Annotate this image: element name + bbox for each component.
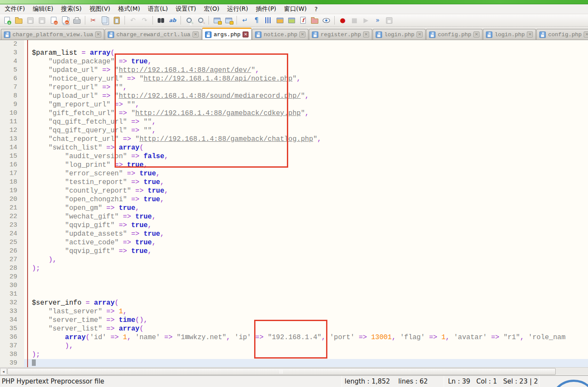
tab-close-icon[interactable]: ✕ bbox=[193, 31, 199, 37]
sync-horizontal-scroll-button[interactable] bbox=[223, 15, 234, 26]
tab-label: config.php bbox=[548, 31, 582, 38]
menu-item-window[interactable]: 窗口(W) bbox=[280, 4, 311, 14]
tab-label: args.php bbox=[214, 31, 240, 38]
line-number: 32 bbox=[0, 299, 24, 307]
line-number: 10 bbox=[0, 109, 24, 118]
tab-charge-reward-ctrl-lua[interactable]: charge_reward_ctrl.lua✕ bbox=[105, 29, 202, 40]
word-wrap-button[interactable]: ↵ bbox=[240, 15, 250, 26]
line-number: 21 bbox=[0, 204, 24, 212]
tab-close-icon[interactable]: ✕ bbox=[243, 31, 249, 37]
cut-button[interactable]: ✂ bbox=[88, 15, 99, 26]
sync-vertical-scroll-button[interactable] bbox=[212, 15, 222, 26]
menu-item-settings[interactable]: 设置(T) bbox=[172, 4, 200, 14]
menu-item-search[interactable]: 搜索(S) bbox=[57, 4, 86, 14]
monitoring-button[interactable] bbox=[321, 15, 332, 26]
document-map-button[interactable] bbox=[286, 15, 297, 26]
menu-item-view[interactable]: 视图(V) bbox=[86, 4, 115, 14]
line-number: 38 bbox=[0, 350, 24, 359]
code-line: 25 "active_code" => true, bbox=[0, 238, 588, 247]
tab-label: notice.php bbox=[264, 31, 297, 38]
menu-item-format[interactable]: 格式(M) bbox=[114, 4, 144, 14]
tab-login-php[interactable]: login.php✕ bbox=[483, 29, 536, 40]
tab-close-icon[interactable]: ✕ bbox=[95, 31, 101, 37]
new-file-button[interactable]: + bbox=[2, 15, 12, 26]
zoom-out-button[interactable]: − bbox=[195, 15, 206, 26]
tab-charge-platform-view-lua[interactable]: charge_platform_view.lua✕ bbox=[1, 29, 104, 40]
code-line: 19 "countly_report" => true, bbox=[0, 187, 588, 195]
macro-stop-button[interactable]: ■ bbox=[349, 15, 360, 26]
code-line: 28); bbox=[0, 264, 588, 273]
code-line: 6 "notice_query_url" => "http://192.168.… bbox=[0, 75, 588, 83]
line-number: 15 bbox=[0, 152, 24, 161]
saved-file-icon bbox=[255, 31, 261, 38]
redo-button[interactable]: ↷ bbox=[139, 15, 150, 26]
copy-button[interactable] bbox=[100, 15, 110, 26]
line-number: 34 bbox=[0, 316, 24, 325]
scroll-left-arrow-icon[interactable]: ◂ bbox=[0, 368, 7, 375]
indent-guide-button[interactable] bbox=[263, 15, 274, 26]
menu-item-help[interactable]: ? bbox=[311, 5, 321, 13]
code-line: 15 "audit_version" => false, bbox=[0, 152, 588, 161]
tab-close-icon[interactable]: ✕ bbox=[527, 31, 533, 37]
line-number: 4 bbox=[0, 57, 24, 66]
saved-file-icon bbox=[429, 31, 436, 38]
folder-as-workspace-button[interactable] bbox=[309, 15, 320, 26]
menu-item-language[interactable]: 语言(L) bbox=[144, 4, 172, 14]
user-defined-dialog-button[interactable] bbox=[274, 15, 285, 26]
find-button[interactable] bbox=[156, 15, 166, 26]
line-number: 18 bbox=[0, 178, 24, 187]
code-lines: 23$param_list = array(4 "update_package"… bbox=[0, 40, 588, 367]
print-button[interactable] bbox=[72, 15, 82, 26]
tab-close-icon[interactable]: ✕ bbox=[417, 31, 423, 37]
macro-save-button[interactable] bbox=[384, 15, 395, 26]
close-all-button[interactable]: − bbox=[60, 15, 71, 26]
annotation-rectangle-2 bbox=[254, 320, 327, 359]
menu-item-edit[interactable]: 编辑(E) bbox=[29, 4, 57, 14]
tab-close-icon[interactable]: ✕ bbox=[299, 31, 305, 37]
tab-login-php[interactable]: login.php✕ bbox=[373, 29, 426, 40]
undo-button[interactable]: ↶ bbox=[128, 15, 138, 26]
menu-item-plugins[interactable]: 插件(P) bbox=[252, 4, 280, 14]
tab-args-php[interactable]: args.php✕ bbox=[202, 28, 252, 40]
code-line: 11 "qq_gift_fetch_url" => "", bbox=[0, 118, 588, 126]
line-number: 28 bbox=[0, 264, 24, 273]
replace-button[interactable]: ab bbox=[167, 15, 178, 26]
toolbar-separator bbox=[152, 16, 153, 25]
line-number: 2 bbox=[0, 40, 24, 49]
tab-close-icon[interactable]: ✕ bbox=[363, 31, 369, 37]
save-all-button[interactable] bbox=[37, 15, 47, 26]
caret-block bbox=[32, 359, 36, 366]
tab-label: register.php bbox=[320, 31, 361, 38]
macro-record-button[interactable]: ● bbox=[337, 15, 348, 26]
line-number: 13 bbox=[0, 135, 24, 144]
close-button[interactable]: − bbox=[48, 15, 59, 26]
menu-item-file[interactable]: 文件(F) bbox=[1, 4, 29, 14]
tab-close-icon[interactable]: ✕ bbox=[473, 31, 479, 37]
code-editor[interactable]: 23$param_list = array(4 "update_package"… bbox=[0, 40, 588, 367]
tab-close-icon[interactable]: ✕ bbox=[584, 31, 588, 37]
line-number: 7 bbox=[0, 83, 24, 92]
line-number: 36 bbox=[0, 333, 24, 342]
saved-file-icon bbox=[312, 31, 318, 38]
open-file-button[interactable] bbox=[13, 15, 24, 26]
tab-config-php[interactable]: config.php✕ bbox=[426, 29, 482, 40]
zoom-in-button[interactable]: + bbox=[184, 15, 194, 26]
tab-notice-php[interactable]: notice.php✕ bbox=[252, 29, 308, 40]
function-list-button[interactable]: f bbox=[298, 15, 308, 26]
code-line: 5 "update_url" => "http://192.168.1.4:88… bbox=[0, 66, 588, 75]
menu-item-macro[interactable]: 宏(O) bbox=[200, 4, 223, 14]
tab-label: login.php bbox=[384, 31, 414, 38]
menu-item-run[interactable]: 运行(R) bbox=[223, 4, 252, 14]
status-bar: PHP Hypertext Preprocessor file length :… bbox=[0, 375, 588, 387]
save-button[interactable] bbox=[25, 15, 36, 26]
macro-play-button[interactable]: ▶ bbox=[361, 15, 371, 26]
tab-register-php[interactable]: register.php✕ bbox=[309, 29, 372, 40]
line-number: 24 bbox=[0, 230, 24, 238]
macro-run-multiple-button[interactable]: » bbox=[372, 15, 383, 26]
paste-button[interactable] bbox=[111, 15, 122, 26]
line-number: 29 bbox=[0, 273, 24, 281]
show-all-characters-button[interactable]: ¶ bbox=[251, 15, 262, 26]
tab-config-php[interactable]: config.php✕ bbox=[536, 29, 588, 40]
horizontal-scrollbar[interactable]: ◂ bbox=[0, 367, 588, 375]
scrollbar-thumb[interactable] bbox=[7, 368, 556, 375]
